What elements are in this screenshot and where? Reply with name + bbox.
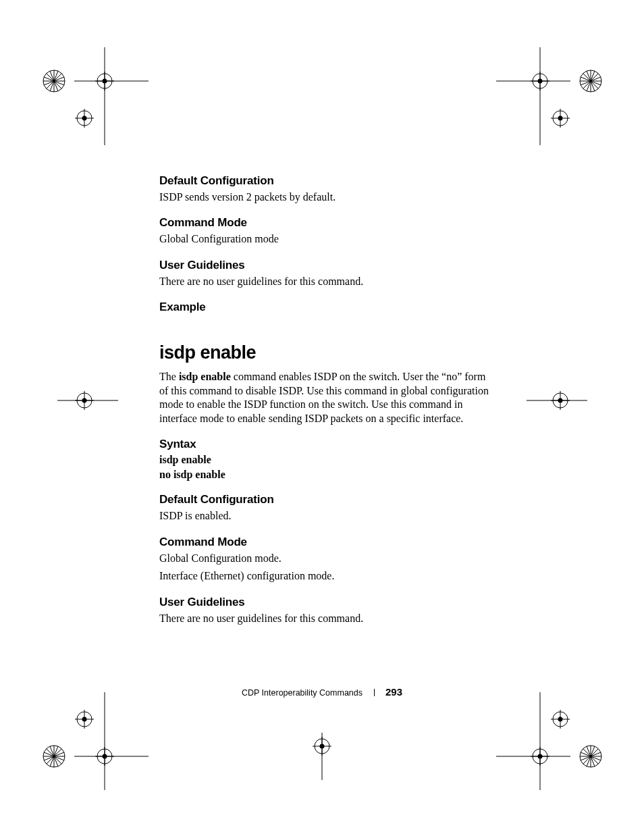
svg-point-21 (580, 70, 601, 92)
svg-point-68 (77, 712, 92, 727)
heading-command-mode-2: Command Mode (159, 536, 490, 549)
svg-line-62 (50, 746, 58, 766)
page-content: Default Configuration ISDP sends version… (159, 174, 490, 637)
desc-bold: isdp enable (179, 371, 231, 382)
svg-point-64 (97, 749, 112, 764)
page-footer: CDP Interoperability Commands 293 (0, 686, 644, 698)
cropmark-bottom-left (41, 689, 149, 790)
svg-line-9 (50, 71, 58, 91)
svg-line-77 (583, 749, 598, 764)
cropmark-bottom-right (496, 689, 611, 790)
svg-point-15 (77, 111, 92, 126)
svg-point-52 (320, 744, 325, 749)
svg-point-71 (82, 717, 87, 722)
svg-line-81 (587, 746, 595, 766)
cropmark-right-mid (527, 387, 587, 414)
svg-point-42 (82, 398, 87, 403)
svg-line-78 (583, 749, 598, 764)
cropmark-top-left (41, 47, 149, 149)
svg-point-86 (538, 754, 543, 759)
heading-default-config-1: Default Configuration (159, 174, 490, 188)
svg-point-37 (558, 116, 563, 121)
footer-separator (374, 689, 375, 696)
svg-line-82 (587, 746, 595, 766)
svg-point-14 (103, 79, 107, 84)
desc-prefix: The (159, 371, 179, 382)
svg-line-26 (581, 77, 601, 85)
body-command-mode-2b: Interface (Ethernet) configuration mode. (159, 569, 490, 583)
svg-point-87 (553, 712, 568, 727)
footer-page-number: 293 (385, 686, 402, 698)
svg-point-18 (82, 116, 87, 121)
svg-line-60 (44, 752, 64, 760)
svg-line-24 (583, 74, 598, 88)
svg-line-79 (581, 752, 601, 760)
svg-point-49 (315, 739, 329, 754)
body-user-guidelines-2: There are no user guidelines for this co… (159, 612, 490, 625)
svg-point-55 (43, 746, 65, 767)
svg-line-29 (587, 71, 595, 91)
svg-point-67 (103, 754, 107, 759)
body-command-mode-1: Global Configuration mode (159, 232, 490, 246)
svg-point-11 (97, 74, 112, 88)
cropmark-top-right (496, 47, 611, 149)
syntax-line-1: isdp enable (159, 454, 490, 466)
svg-line-7 (44, 77, 64, 85)
svg-point-90 (558, 717, 563, 722)
svg-point-47 (558, 398, 563, 403)
heading-default-config-2: Default Configuration (159, 493, 490, 506)
heading-command-mode-1: Command Mode (159, 216, 490, 230)
svg-line-58 (47, 749, 61, 764)
svg-point-83 (533, 749, 547, 764)
svg-point-33 (538, 79, 543, 84)
command-title: isdp enable (159, 342, 490, 363)
svg-line-80 (581, 752, 601, 760)
svg-point-30 (533, 74, 547, 88)
svg-line-28 (587, 71, 595, 91)
svg-line-25 (583, 74, 598, 88)
svg-line-59 (47, 749, 61, 764)
heading-syntax: Syntax (159, 438, 490, 451)
svg-line-5 (47, 74, 61, 88)
footer-chapter: CDP Interoperability Commands (242, 688, 363, 698)
body-default-config-2: ISDP is enabled. (159, 509, 490, 523)
command-description: The isdp enable command enables ISDP on … (159, 370, 490, 425)
body-default-config-1: ISDP sends version 2 packets by default. (159, 190, 490, 204)
heading-user-guidelines-2: User Guidelines (159, 596, 490, 609)
svg-line-61 (44, 752, 64, 760)
body-user-guidelines-1: There are no user guidelines for this co… (159, 275, 490, 288)
svg-point-2 (43, 70, 65, 92)
svg-point-44 (553, 393, 568, 408)
cropmark-bottom-center (308, 733, 336, 780)
svg-line-63 (50, 746, 58, 766)
heading-example: Example (159, 301, 490, 314)
svg-line-8 (44, 77, 64, 85)
syntax-line-2: no isdp enable (159, 469, 490, 481)
body-command-mode-2a: Global Configuration mode. (159, 552, 490, 565)
svg-point-34 (553, 111, 568, 126)
svg-point-39 (77, 393, 92, 408)
svg-line-27 (581, 77, 601, 85)
heading-user-guidelines-1: User Guidelines (159, 259, 490, 272)
svg-point-74 (580, 746, 601, 767)
svg-line-10 (50, 71, 58, 91)
cropmark-left-mid (57, 387, 118, 414)
svg-line-6 (47, 74, 61, 88)
